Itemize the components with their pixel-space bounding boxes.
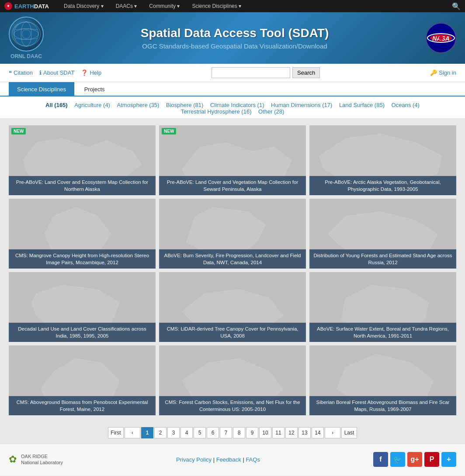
grid-item-1[interactable]: NEWPre-ABoVE: Land Cover and Ecosystem M…	[9, 125, 156, 195]
pagination-page-13[interactable]: 13	[298, 427, 311, 438]
facebook-button[interactable]: f	[373, 452, 388, 467]
nav-science-disciplines[interactable]: Science Disciplines ▾	[186, 0, 247, 12]
item-label-10: CMS: Aboveground Biomass from Penobscot …	[9, 396, 156, 415]
pagination-page-7[interactable]: 7	[220, 427, 232, 438]
grid-item-6[interactable]: Distribution of Young Forests and Estima…	[309, 199, 456, 269]
filter-oceans[interactable]: Oceans (4)	[392, 102, 420, 108]
pagination-page-3[interactable]: 3	[167, 427, 180, 438]
item-label-11: CMS: Forest Carbon Stocks, Emissions, an…	[159, 396, 306, 415]
search-area: Search	[212, 67, 320, 78]
site-footer: ✿ OAK RIDGE National Laboratory Privacy …	[0, 444, 465, 475]
tab-projects[interactable]: Projects	[76, 82, 113, 97]
dataset-grid: NEWPre-ABoVE: Land Cover and Ecosystem M…	[0, 119, 465, 422]
search-input[interactable]	[212, 67, 290, 78]
filter-agriculture[interactable]: Agriculture (4)	[74, 102, 110, 108]
privacy-policy-link[interactable]: Privacy Policy	[176, 456, 212, 463]
sign-in-link[interactable]: 🔑 Sign in	[430, 69, 456, 76]
grid-item-7[interactable]: Decadal Land Use and Land Cover Classifi…	[9, 272, 156, 342]
social-links: f 🐦 g+ P +	[373, 452, 456, 467]
nav-data-discovery[interactable]: Data Discovery ▾	[58, 0, 110, 12]
pagination-page-11[interactable]: 11	[272, 427, 285, 438]
grid-layout: NEWPre-ABoVE: Land Cover and Ecosystem M…	[9, 125, 456, 415]
citation-link[interactable]: ❝ Citation	[9, 69, 33, 76]
svg-point-2	[21, 22, 31, 46]
pagination-page-6[interactable]: 6	[207, 427, 219, 438]
nasa-mini-logo: ✦	[4, 2, 12, 10]
header-center: Spatial Data Access Tool (SDAT) OGC Stan…	[44, 26, 426, 50]
item-label-2: Pre-ABoVE: Land Cover and Vegetation Map…	[159, 176, 306, 195]
top-search-button[interactable]: 🔍	[452, 2, 461, 10]
pagination-last[interactable]: Last	[341, 427, 357, 438]
pagination-page-2[interactable]: 2	[154, 427, 167, 438]
pagination-page-8[interactable]: 8	[233, 427, 245, 438]
item-label-5: ABoVE: Burn Severity, Fire Progression, …	[159, 249, 306, 269]
svg-point-8	[439, 36, 443, 40]
grid-item-8[interactable]: CMS: LiDAR-derived Tree Canopy Cover for…	[159, 272, 306, 342]
pagination-first[interactable]: First	[108, 427, 124, 438]
faqs-link[interactable]: FAQs	[246, 456, 260, 463]
pagination-page-9[interactable]: 9	[246, 427, 258, 438]
footer-org-text: OAK RIDGE National Laboratory	[21, 453, 63, 466]
item-label-12: Siberian Boreal Forest Aboveground Bioma…	[309, 396, 456, 415]
grid-item-11[interactable]: CMS: Forest Carbon Stocks, Emissions, an…	[159, 345, 306, 415]
svg-point-1	[14, 29, 38, 39]
page-title: Spatial Data Access Tool (SDAT)	[44, 26, 426, 40]
pagination-page-1[interactable]: 1	[141, 427, 153, 438]
filter-other[interactable]: Other (28)	[258, 108, 284, 115]
grid-item-3[interactable]: Pre-ABoVE: Arctic Alaska Vegetation, Geo…	[309, 125, 456, 195]
filter-climate[interactable]: Climate Indicators (1)	[210, 102, 264, 108]
ornl-logo-area: ORNL DAAC	[9, 17, 44, 59]
item-label-3: Pre-ABoVE: Arctic Alaska Vegetation, Geo…	[309, 176, 456, 195]
help-link[interactable]: ❓ Help	[81, 69, 101, 76]
item-label-8: CMS: LiDAR-derived Tree Canopy Cover for…	[159, 323, 306, 342]
filter-atmosphere[interactable]: Atmosphere (35)	[117, 102, 160, 108]
brand-data: DATA	[34, 3, 49, 10]
svg-marker-12	[45, 207, 111, 255]
pagination-prev[interactable]: ‹	[125, 427, 140, 438]
ornl-label: ORNL DAAC	[10, 53, 42, 59]
pagination-next[interactable]: ›	[325, 427, 340, 438]
tab-science-disciplines[interactable]: Science Disciplines	[9, 82, 74, 97]
top-nav-links: Data Discovery ▾ DAACs ▾ Community ▾ Sci…	[58, 0, 452, 12]
twitter-button[interactable]: 🐦	[390, 452, 405, 467]
svg-point-0	[14, 22, 38, 46]
search-button[interactable]: Search	[292, 67, 320, 78]
googleplus-button[interactable]: g+	[407, 452, 422, 467]
nav-daacs[interactable]: DAACs ▾	[110, 0, 143, 12]
about-sdat-link[interactable]: ℹ About SDAT	[39, 69, 74, 76]
filter-land-surface[interactable]: Land Surface (85)	[339, 102, 385, 108]
tabs-bar: Science Disciplines Projects	[0, 82, 465, 97]
pagination-page-5[interactable]: 5	[194, 427, 206, 438]
filter-all[interactable]: All (165)	[45, 102, 68, 108]
filter-human-dimensions[interactable]: Human Dimensions (17)	[271, 102, 332, 108]
filter-terrestrial[interactable]: Terrestrial Hydrosphere (16)	[181, 108, 252, 115]
new-badge-1: NEW	[11, 128, 26, 135]
help-icon: ❓	[81, 69, 88, 76]
grid-item-5[interactable]: ABoVE: Burn Severity, Fire Progression, …	[159, 199, 306, 269]
pagination-page-10[interactable]: 10	[259, 427, 271, 438]
toolbar-left: ❝ Citation ℹ About SDAT ❓ Help	[9, 69, 101, 76]
share-button[interactable]: +	[441, 452, 456, 467]
pagination-page-14[interactable]: 14	[312, 427, 324, 438]
grid-item-9[interactable]: ABoVE: Surface Water Extent, Boreal and …	[309, 272, 456, 342]
pinterest-button[interactable]: P	[424, 452, 439, 467]
svg-point-3	[22, 30, 31, 38]
brand-label: EARTHDATA	[14, 3, 49, 10]
toolbar: ❝ Citation ℹ About SDAT ❓ Help Search 🔑 …	[0, 64, 465, 82]
site-header: ORNL DAAC Spatial Data Access Tool (SDAT…	[0, 12, 465, 64]
footer-logo: ✿ OAK RIDGE National Laboratory	[9, 453, 63, 466]
page-subtitle: OGC Standards-based Geospatial Data Visu…	[44, 42, 426, 50]
pagination-page-4[interactable]: 4	[180, 427, 193, 438]
oak-leaf-icon: ✿	[9, 454, 17, 465]
grid-item-2[interactable]: NEWPre-ABoVE: Land Cover and Vegetation …	[159, 125, 306, 195]
grid-item-12[interactable]: Siberian Boreal Forest Aboveground Bioma…	[309, 345, 456, 415]
nav-community[interactable]: Community ▾	[143, 0, 186, 12]
grid-item-4[interactable]: CMS: Mangrove Canopy Height from High-re…	[9, 199, 156, 269]
filter-biosphere[interactable]: Biosphere (81)	[166, 102, 203, 108]
item-label-6: Distribution of Young Forests and Estima…	[309, 249, 456, 269]
signin-icon: 🔑	[430, 69, 437, 76]
feedback-link[interactable]: Feedback	[216, 456, 241, 463]
grid-item-10[interactable]: CMS: Aboveground Biomass from Penobscot …	[9, 345, 156, 415]
pagination-page-12[interactable]: 12	[285, 427, 298, 438]
svg-marker-11	[319, 134, 442, 182]
